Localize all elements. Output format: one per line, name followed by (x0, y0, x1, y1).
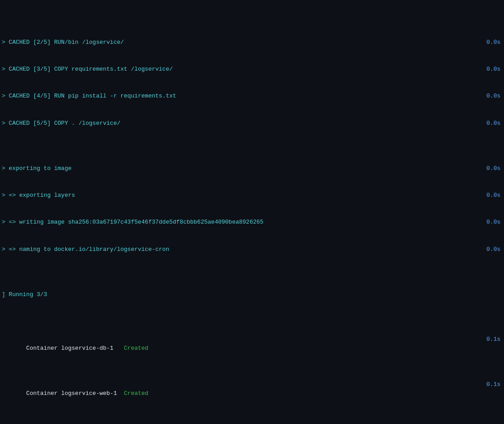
cached-line-2-time: 0.0s (480, 65, 502, 74)
line-container-db: Container logservice-db-1 Created 0.1s (0, 335, 504, 362)
export-line-1-time: 0.0s (480, 164, 502, 173)
cached-line-4-content: > CACHED [5/5] COPY . /logservice/ (2, 119, 480, 128)
line-running-1: ] Running 3/3 (0, 290, 504, 299)
terminal-output: > CACHED [2/5] RUN/bin /logservice/ 0.0s… (0, 0, 504, 424)
line-export-3: > => writing image sha256:03a67197c43f5e… (0, 218, 504, 227)
cached-line-1-content: > CACHED [2/5] RUN/bin /logservice/ (2, 38, 480, 47)
line-export-2: > => exporting layers 0.0s (0, 191, 504, 200)
container-db-time: 0.1s (480, 335, 502, 362)
container-web-time: 0.1s (480, 380, 502, 407)
line-cached-2: > CACHED [3/5] COPY requirements.txt /lo… (0, 65, 504, 74)
container-web-status: Created (124, 390, 148, 397)
running-line-1-content: ] Running 3/3 (2, 290, 502, 299)
export-line-1-content: > exporting to image (2, 164, 480, 173)
export-line-3-content: > => writing image sha256:03a67197c43f5e… (2, 218, 480, 227)
export-line-2-time: 0.0s (480, 191, 502, 200)
export-line-4-time: 0.0s (480, 245, 502, 254)
container-db-label: Container logservice-db-1 (23, 345, 124, 352)
container-db-status: Created (124, 345, 148, 352)
container-web-content: Container logservice-web-1 Created (2, 380, 480, 407)
container-web-label: Container logservice-web-1 (23, 390, 124, 397)
cached-line-3-content: > CACHED [4/5] RUN pip install -r requir… (2, 92, 480, 101)
container-db-content: Container logservice-db-1 Created (2, 335, 480, 362)
cached-line-2-content: > CACHED [3/5] COPY requirements.txt /lo… (2, 65, 480, 74)
cached-line-4-time: 0.0s (480, 119, 502, 128)
line-cached-4: > CACHED [5/5] COPY . /logservice/ 0.0s (0, 119, 504, 128)
line-export-1: > exporting to image 0.0s (0, 164, 504, 173)
line-cached-3: > CACHED [4/5] RUN pip install -r requir… (0, 92, 504, 101)
line-export-4: > => naming to docker.io/library/logserv… (0, 245, 504, 254)
line-container-web: Container logservice-web-1 Created 0.1s (0, 380, 504, 407)
cached-line-3-time: 0.0s (480, 92, 502, 101)
cached-line-1-time: 0.0s (480, 38, 502, 47)
export-line-2-content: > => exporting layers (2, 191, 480, 200)
export-line-3-time: 0.0s (480, 218, 502, 227)
export-line-4-content: > => naming to docker.io/library/logserv… (2, 245, 480, 254)
line-cached-1: > CACHED [2/5] RUN/bin /logservice/ 0.0s (0, 38, 504, 47)
